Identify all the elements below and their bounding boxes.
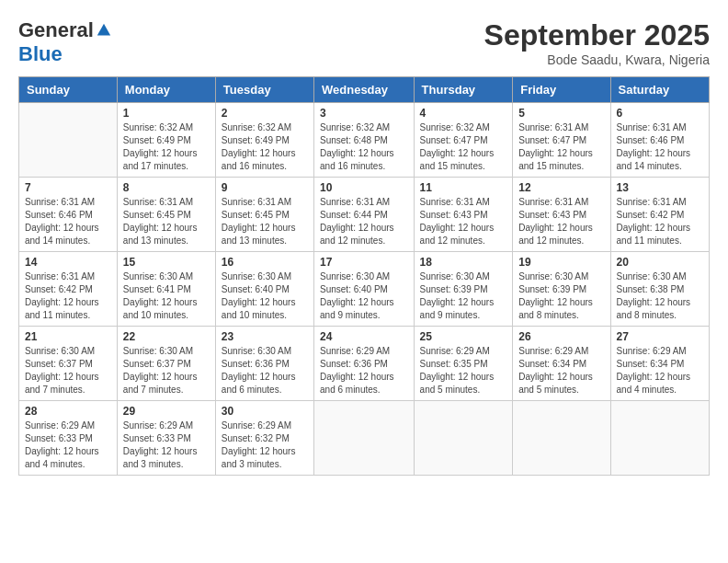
column-header-sunday: Sunday <box>19 77 118 103</box>
day-number: 13 <box>617 181 703 194</box>
day-number: 30 <box>222 405 308 418</box>
logo-blue: Blue <box>18 42 63 66</box>
day-info: Sunrise: 6:30 AM Sunset: 6:39 PM Dayligh… <box>518 270 604 322</box>
day-number: 23 <box>222 330 308 343</box>
calendar-cell: 9Sunrise: 6:31 AM Sunset: 6:45 PM Daylig… <box>215 178 313 252</box>
day-info: Sunrise: 6:30 AM Sunset: 6:40 PM Dayligh… <box>222 270 308 322</box>
day-info: Sunrise: 6:31 AM Sunset: 6:42 PM Dayligh… <box>617 196 703 247</box>
day-info: Sunrise: 6:32 AM Sunset: 6:48 PM Dayligh… <box>320 121 408 173</box>
calendar-cell <box>19 103 118 178</box>
day-number: 27 <box>617 330 703 343</box>
calendar-cell: 17Sunrise: 6:30 AM Sunset: 6:40 PM Dayli… <box>314 252 415 327</box>
day-number: 28 <box>25 405 111 418</box>
day-info: Sunrise: 6:31 AM Sunset: 6:42 PM Dayligh… <box>25 270 111 322</box>
week-row-4: 21Sunrise: 6:30 AM Sunset: 6:37 PM Dayli… <box>19 327 710 401</box>
calendar-cell: 21Sunrise: 6:30 AM Sunset: 6:37 PM Dayli… <box>19 327 118 401</box>
calendar-cell: 12Sunrise: 6:31 AM Sunset: 6:43 PM Dayli… <box>513 178 610 252</box>
day-info: Sunrise: 6:29 AM Sunset: 6:33 PM Dayligh… <box>123 419 210 471</box>
day-number: 3 <box>320 107 408 120</box>
day-number: 18 <box>420 256 507 269</box>
day-number: 15 <box>123 256 210 269</box>
day-info: Sunrise: 6:31 AM Sunset: 6:46 PM Dayligh… <box>25 196 111 247</box>
day-info: Sunrise: 6:32 AM Sunset: 6:49 PM Dayligh… <box>222 121 308 173</box>
calendar-table: SundayMondayTuesdayWednesdayThursdayFrid… <box>18 76 710 476</box>
day-info: Sunrise: 6:30 AM Sunset: 6:38 PM Dayligh… <box>617 270 703 322</box>
week-row-2: 7Sunrise: 6:31 AM Sunset: 6:46 PM Daylig… <box>19 178 710 252</box>
day-info: Sunrise: 6:30 AM Sunset: 6:37 PM Dayligh… <box>123 345 210 396</box>
location: Bode Saadu, Kwara, Nigeria <box>484 52 710 67</box>
day-info: Sunrise: 6:31 AM Sunset: 6:43 PM Dayligh… <box>518 196 604 247</box>
calendar-cell: 3Sunrise: 6:32 AM Sunset: 6:48 PM Daylig… <box>314 103 415 178</box>
day-info: Sunrise: 6:30 AM Sunset: 6:39 PM Dayligh… <box>420 270 507 322</box>
day-info: Sunrise: 6:31 AM Sunset: 6:44 PM Dayligh… <box>320 196 408 247</box>
day-number: 26 <box>518 330 604 343</box>
column-header-thursday: Thursday <box>414 77 513 103</box>
calendar-cell: 22Sunrise: 6:30 AM Sunset: 6:37 PM Dayli… <box>117 327 215 401</box>
day-info: Sunrise: 6:31 AM Sunset: 6:46 PM Dayligh… <box>617 121 703 173</box>
calendar-cell: 2Sunrise: 6:32 AM Sunset: 6:49 PM Daylig… <box>215 103 313 178</box>
day-number: 29 <box>123 405 210 418</box>
calendar-cell: 5Sunrise: 6:31 AM Sunset: 6:47 PM Daylig… <box>513 103 610 178</box>
month-title: September 2025 <box>484 18 710 52</box>
logo: General Blue <box>18 18 112 66</box>
calendar-cell: 18Sunrise: 6:30 AM Sunset: 6:39 PM Dayli… <box>414 252 513 327</box>
day-number: 9 <box>222 181 308 194</box>
calendar-cell: 4Sunrise: 6:32 AM Sunset: 6:47 PM Daylig… <box>414 103 513 178</box>
day-info: Sunrise: 6:31 AM Sunset: 6:47 PM Dayligh… <box>518 121 604 173</box>
logo-general: General <box>18 18 94 42</box>
day-number: 25 <box>420 330 507 343</box>
calendar-cell: 30Sunrise: 6:29 AM Sunset: 6:32 PM Dayli… <box>215 401 313 476</box>
title-section: September 2025 Bode Saadu, Kwara, Nigeri… <box>484 18 710 67</box>
page-header: General Blue September 2025 Bode Saadu, … <box>18 18 710 67</box>
column-header-saturday: Saturday <box>610 77 709 103</box>
calendar-cell: 14Sunrise: 6:31 AM Sunset: 6:42 PM Dayli… <box>19 252 118 327</box>
calendar-cell <box>610 401 709 476</box>
calendar-cell: 29Sunrise: 6:29 AM Sunset: 6:33 PM Dayli… <box>117 401 215 476</box>
day-number: 16 <box>222 256 308 269</box>
day-info: Sunrise: 6:29 AM Sunset: 6:33 PM Dayligh… <box>25 419 111 471</box>
calendar-cell: 11Sunrise: 6:31 AM Sunset: 6:43 PM Dayli… <box>414 178 513 252</box>
column-header-tuesday: Tuesday <box>215 77 313 103</box>
calendar-cell: 1Sunrise: 6:32 AM Sunset: 6:49 PM Daylig… <box>117 103 215 178</box>
day-info: Sunrise: 6:31 AM Sunset: 6:43 PM Dayligh… <box>420 196 507 247</box>
day-info: Sunrise: 6:29 AM Sunset: 6:34 PM Dayligh… <box>518 345 604 396</box>
calendar-cell: 10Sunrise: 6:31 AM Sunset: 6:44 PM Dayli… <box>314 178 415 252</box>
calendar-cell <box>414 401 513 476</box>
calendar-cell: 19Sunrise: 6:30 AM Sunset: 6:39 PM Dayli… <box>513 252 610 327</box>
day-info: Sunrise: 6:32 AM Sunset: 6:47 PM Dayligh… <box>420 121 507 173</box>
calendar-cell: 23Sunrise: 6:30 AM Sunset: 6:36 PM Dayli… <box>215 327 313 401</box>
calendar-cell: 7Sunrise: 6:31 AM Sunset: 6:46 PM Daylig… <box>19 178 118 252</box>
column-header-wednesday: Wednesday <box>314 77 415 103</box>
week-row-3: 14Sunrise: 6:31 AM Sunset: 6:42 PM Dayli… <box>19 252 710 327</box>
day-info: Sunrise: 6:30 AM Sunset: 6:40 PM Dayligh… <box>320 270 408 322</box>
day-number: 19 <box>518 256 604 269</box>
logo-icon <box>96 22 112 39</box>
calendar-cell: 13Sunrise: 6:31 AM Sunset: 6:42 PM Dayli… <box>610 178 709 252</box>
calendar-cell: 27Sunrise: 6:29 AM Sunset: 6:34 PM Dayli… <box>610 327 709 401</box>
day-info: Sunrise: 6:30 AM Sunset: 6:41 PM Dayligh… <box>123 270 210 322</box>
day-number: 4 <box>420 107 507 120</box>
calendar-cell: 16Sunrise: 6:30 AM Sunset: 6:40 PM Dayli… <box>215 252 313 327</box>
day-number: 8 <box>123 181 210 194</box>
day-number: 14 <box>25 256 111 269</box>
calendar-cell: 25Sunrise: 6:29 AM Sunset: 6:35 PM Dayli… <box>414 327 513 401</box>
day-info: Sunrise: 6:29 AM Sunset: 6:36 PM Dayligh… <box>320 345 408 396</box>
day-info: Sunrise: 6:32 AM Sunset: 6:49 PM Dayligh… <box>123 121 210 173</box>
calendar-body: 1Sunrise: 6:32 AM Sunset: 6:49 PM Daylig… <box>19 103 710 476</box>
day-number: 20 <box>617 256 703 269</box>
calendar-cell <box>314 401 415 476</box>
day-number: 12 <box>518 181 604 194</box>
day-number: 5 <box>518 107 604 120</box>
day-number: 22 <box>123 330 210 343</box>
calendar-cell: 6Sunrise: 6:31 AM Sunset: 6:46 PM Daylig… <box>610 103 709 178</box>
day-number: 1 <box>123 107 210 120</box>
calendar-cell: 8Sunrise: 6:31 AM Sunset: 6:45 PM Daylig… <box>117 178 215 252</box>
week-row-5: 28Sunrise: 6:29 AM Sunset: 6:33 PM Dayli… <box>19 401 710 476</box>
calendar-cell <box>513 401 610 476</box>
day-info: Sunrise: 6:31 AM Sunset: 6:45 PM Dayligh… <box>123 196 210 247</box>
column-header-friday: Friday <box>513 77 610 103</box>
calendar-cell: 20Sunrise: 6:30 AM Sunset: 6:38 PM Dayli… <box>610 252 709 327</box>
day-info: Sunrise: 6:29 AM Sunset: 6:34 PM Dayligh… <box>617 345 703 396</box>
day-number: 2 <box>222 107 308 120</box>
column-header-monday: Monday <box>117 77 215 103</box>
